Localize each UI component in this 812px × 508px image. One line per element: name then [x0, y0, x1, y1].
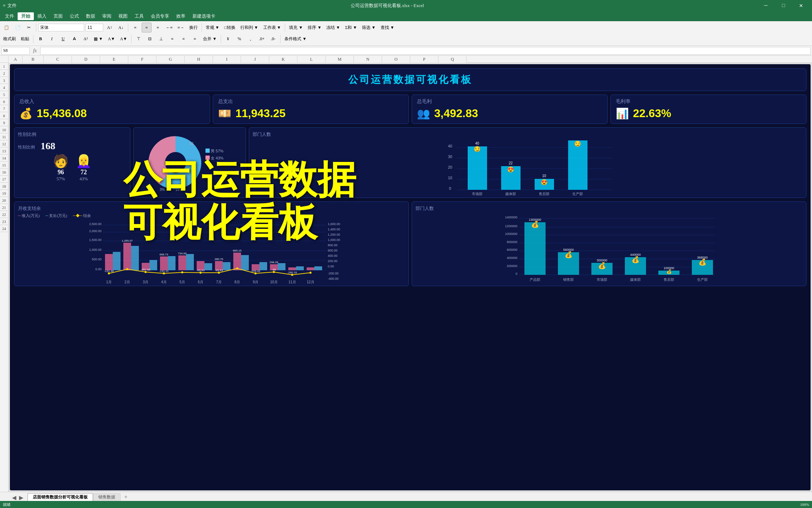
number-format-select[interactable]: 常规 ▼: [204, 23, 221, 32]
col-header-F[interactable]: F: [128, 56, 156, 63]
paste2-button[interactable]: 粘贴: [19, 34, 31, 44]
row-header-22[interactable]: 22: [0, 211, 8, 218]
wrap-text-button[interactable]: 换行: [187, 23, 199, 32]
border-button[interactable]: ▦ ▼: [92, 34, 105, 44]
row-header-23[interactable]: 23: [0, 218, 8, 225]
file-label[interactable]: 文件: [7, 2, 17, 9]
col-header-D[interactable]: D: [72, 56, 100, 63]
row-col-button[interactable]: 行和列 ▼: [239, 23, 260, 32]
copy-button[interactable]: 📄: [13, 23, 23, 32]
superscript-button[interactable]: A²: [81, 34, 91, 44]
menu-item-工具[interactable]: 工具: [131, 12, 147, 20]
col-header-P[interactable]: P: [410, 56, 438, 63]
convert-button[interactable]: □转换: [222, 23, 237, 32]
row-header-13[interactable]: 13: [0, 147, 8, 155]
row-header-14[interactable]: 14: [0, 155, 8, 162]
percent2-button[interactable]: %: [234, 34, 244, 44]
col-header-Q[interactable]: Q: [438, 56, 467, 63]
decimal-inc-button[interactable]: .0+: [257, 34, 267, 44]
freeze-button[interactable]: 冻结 ▼: [325, 23, 342, 32]
menu-item-效率[interactable]: 效率: [173, 12, 189, 20]
row-header-8[interactable]: 8: [0, 112, 8, 119]
col-header-G[interactable]: G: [156, 56, 185, 63]
row-header-17[interactable]: 17: [0, 176, 8, 183]
row-header-4[interactable]: 4: [0, 84, 8, 91]
row-header-16[interactable]: 16: [0, 169, 8, 176]
col-header-J[interactable]: J: [241, 56, 269, 63]
percent-button[interactable]: ¥: [223, 34, 233, 44]
col-header-A[interactable]: A: [8, 56, 23, 63]
row-header-15[interactable]: 15: [0, 162, 8, 169]
find-button[interactable]: 查找 ▼: [379, 23, 396, 32]
col-header-H[interactable]: H: [185, 56, 213, 63]
row-header-21[interactable]: 21: [0, 204, 8, 211]
row-header-5[interactable]: 5: [0, 91, 8, 98]
table-button[interactable]: 工作表 ▼: [262, 23, 283, 32]
row-header-9[interactable]: 9: [0, 119, 8, 126]
col-header-N[interactable]: N: [354, 56, 382, 63]
menu-item-文件[interactable]: 文件: [1, 12, 18, 20]
row-header-2[interactable]: 2: [0, 70, 8, 77]
row-header-3[interactable]: 3: [0, 77, 8, 84]
row-header-18[interactable]: 18: [0, 183, 8, 190]
col-header-K[interactable]: K: [269, 56, 297, 63]
bold-button[interactable]: B: [36, 34, 45, 44]
align-center-button[interactable]: ≡: [142, 23, 152, 32]
italic-button[interactable]: I: [47, 34, 57, 44]
tab-next-button[interactable]: ▶: [18, 494, 25, 501]
valign-bot-button[interactable]: ⊥: [156, 34, 166, 44]
indent-decrease-button[interactable]: ←≡: [164, 23, 174, 32]
maximize-button[interactable]: □: [775, 0, 792, 11]
comma-button[interactable]: ,: [246, 34, 256, 44]
menu-item-数据[interactable]: 数据: [82, 12, 99, 20]
col-header-E[interactable]: E: [100, 56, 128, 63]
row-header-1[interactable]: 1: [0, 63, 8, 70]
align2-right-button[interactable]: ≡: [190, 34, 200, 44]
decimal-dec-button[interactable]: .0-: [268, 34, 278, 44]
col-header-C[interactable]: C: [44, 56, 72, 63]
row-header-7[interactable]: 7: [0, 105, 8, 112]
fill-button[interactable]: 填充 ▼: [287, 23, 304, 32]
menu-item-视图[interactable]: 视图: [115, 12, 131, 20]
conditional-format-button[interactable]: 条件格式 ▼: [283, 34, 308, 44]
align-right-button[interactable]: ≡: [153, 23, 163, 32]
format-button[interactable]: 格式刷: [1, 34, 18, 44]
tab-add-button[interactable]: +: [122, 493, 130, 501]
col-header-O[interactable]: O: [382, 56, 410, 63]
menu-item-插入[interactable]: 插入: [34, 12, 50, 20]
menu-item-开始[interactable]: 开始: [18, 12, 34, 20]
indent-increase-button[interactable]: ≡→: [176, 23, 186, 32]
valign-top-button[interactable]: ⊤: [134, 34, 143, 44]
row-header-20[interactable]: 20: [0, 197, 8, 204]
menu-item-页面[interactable]: 页面: [50, 12, 66, 20]
font-increase-button[interactable]: A↑: [105, 23, 115, 32]
paste-button[interactable]: 📋: [1, 23, 11, 32]
font-family-input[interactable]: [38, 24, 84, 31]
align2-left-button[interactable]: ≡: [167, 34, 177, 44]
menu-item-新建选项卡[interactable]: 新建选项卡: [189, 12, 219, 20]
font-size-input[interactable]: [86, 24, 103, 31]
minimize-button[interactable]: ─: [758, 0, 774, 11]
underline-button[interactable]: U: [58, 34, 68, 44]
col-header-I[interactable]: I: [213, 56, 241, 63]
valign-mid-button[interactable]: ⊟: [145, 34, 155, 44]
menu-item-审阅[interactable]: 审阅: [99, 12, 115, 20]
merge-button[interactable]: 合并 ▼: [201, 34, 219, 44]
font-decrease-button[interactable]: A↓: [116, 23, 126, 32]
row-header-24[interactable]: 24: [0, 225, 8, 232]
col-header-B[interactable]: B: [23, 56, 44, 63]
row-header-11[interactable]: 11: [0, 133, 8, 140]
row-header-12[interactable]: 12: [0, 140, 8, 147]
cell-reference[interactable]: S8: [1, 47, 30, 55]
sort-button[interactable]: 排序 ▼: [306, 23, 323, 32]
align-left-button[interactable]: ≡: [130, 23, 140, 32]
fill-color-button[interactable]: A▼: [106, 34, 117, 44]
col-header-L[interactable]: L: [297, 56, 326, 63]
menu-item-公式[interactable]: 公式: [66, 12, 82, 20]
formula-input[interactable]: [40, 47, 811, 55]
close-button[interactable]: ✕: [793, 0, 809, 11]
menu-item-会员专享[interactable]: 会员专享: [147, 12, 173, 20]
tab-prev-button[interactable]: ◀: [11, 494, 18, 501]
col-header-M[interactable]: M: [326, 56, 354, 63]
content-area[interactable]: 公司运营数据可视化看板 总收入💰15,436.08总支出💴11,943.25总毛…: [8, 63, 812, 492]
